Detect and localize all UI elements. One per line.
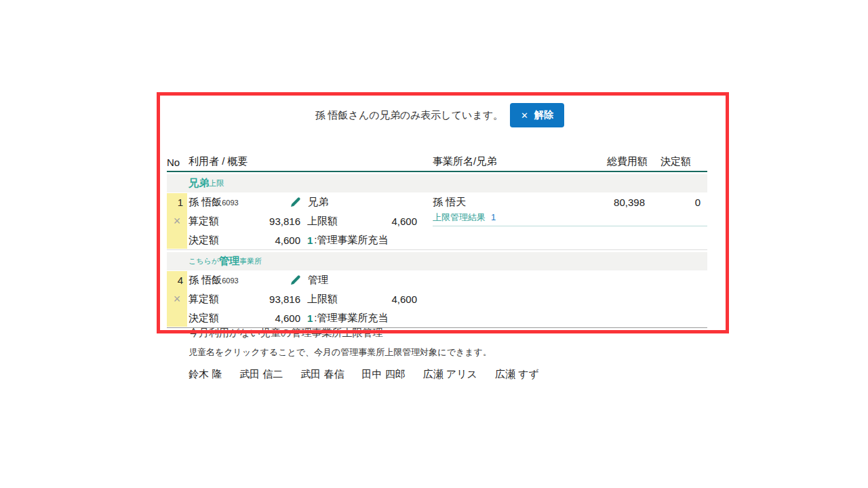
remove-row-icon[interactable]: × <box>167 212 187 231</box>
allocation-text: :管理事業所充当 <box>314 312 388 325</box>
edit-pencil-icon[interactable] <box>290 274 301 285</box>
limit-result-label: 上限管理結果 <box>433 212 486 222</box>
calc-label: 算定額 <box>189 293 229 306</box>
row-number-cell: 1 × <box>167 193 187 249</box>
decided-line: 決定額 4,600 1 :管理事業所充当 <box>189 230 433 249</box>
user-name-text: 孫 悟飯 <box>189 274 222 285</box>
header-office: 事業所名/兄弟 <box>433 155 597 168</box>
child-name-list: 鈴木 隆 武田 信二 武田 春信 田中 四郎 広瀬 アリス 広瀬 すず <box>189 368 696 381</box>
user-summary-block: 孫 悟飯6093 兄弟 算定額 93,816 上限額 4,600 決定額 4,6… <box>187 192 433 249</box>
section-band-prefix-label: こちらが <box>189 256 219 266</box>
child-name-link[interactable]: 広瀬 アリス <box>423 368 477 381</box>
calc-line: 算定額 93,816 上限額 4,600 <box>189 211 433 230</box>
user-summary-block: 孫 悟飯6093 管理 算定額 93,816 上限額 4,600 決定額 4,6… <box>187 270 433 327</box>
table-row: 4 × 孫 悟飯6093 管理 算定額 93,816 上限額 4,600 <box>167 270 707 327</box>
decided-amount-value: 0 <box>648 197 707 208</box>
office-line: 孫 悟天 80,398 0 <box>433 192 707 211</box>
user-code: 6093 <box>222 199 238 207</box>
user-name-text: 孫 悟飯 <box>189 196 222 207</box>
limit-value: 4,600 <box>348 293 417 305</box>
remove-row-icon[interactable]: × <box>167 290 187 309</box>
row-number: 1 <box>167 193 187 212</box>
header-decided: 決定額 <box>648 155 707 168</box>
upper-limit-table: No 利用者 / 概要 事業所名/兄弟 総費用額 決定額 兄弟上限 1 × 孫 … <box>167 155 707 328</box>
table-row: 1 × 孫 悟飯6093 兄弟 算定額 93,816 上限額 4,600 <box>167 192 707 250</box>
row-number: 4 <box>167 271 187 290</box>
allocation-code: 1 <box>307 312 313 324</box>
sibling-name: 孫 悟天 <box>433 196 597 209</box>
edit-pencil-icon[interactable] <box>290 197 301 207</box>
allocation-code: 1 <box>307 235 313 246</box>
header-no: No <box>167 157 189 168</box>
decided-label: 決定額 <box>189 234 229 247</box>
office-block: 孫 悟天 80,398 0 上限管理結果1 <box>433 192 707 249</box>
close-icon: ✕ <box>521 110 528 121</box>
calc-value: 93,816 <box>229 216 300 227</box>
section-band-suffix-label: 事業所 <box>239 256 262 266</box>
decided-value: 4,600 <box>229 312 300 324</box>
section-band-suffix-label: 上限 <box>209 178 224 188</box>
calc-line: 算定額 93,816 上限額 4,600 <box>189 289 433 308</box>
decided-label: 決定額 <box>189 312 229 325</box>
calc-label: 算定額 <box>189 215 229 228</box>
section-band-main-label: 兄弟 <box>189 177 209 190</box>
user-line: 孫 悟飯6093 兄弟 <box>189 192 433 211</box>
total-cost-value: 80,398 <box>597 197 648 208</box>
user-line: 孫 悟飯6093 管理 <box>189 270 433 289</box>
section-band-sibling-limit: 兄弟上限 <box>167 174 707 192</box>
office-block <box>433 270 707 327</box>
table-header-row: No 利用者 / 概要 事業所名/兄弟 総費用額 決定額 <box>167 155 707 172</box>
clear-filter-label: 解除 <box>534 109 553 121</box>
child-name-link[interactable]: 武田 信二 <box>239 368 283 381</box>
limit-label: 上限額 <box>307 215 348 228</box>
no-usage-section: 今月利用がない児童の管理事業所上限管理 児童名をクリックすることで、今月の管理事… <box>167 327 696 381</box>
no-usage-description: 児童名をクリックすることで、今月の管理事業所上限管理対象にできます。 <box>189 346 696 359</box>
section-band-main-label: 管理 <box>219 255 239 268</box>
child-name-link[interactable]: 武田 春信 <box>300 368 344 381</box>
limit-value: 4,600 <box>348 216 417 227</box>
user-code: 6093 <box>222 277 238 285</box>
header-total-cost: 総費用額 <box>597 155 648 168</box>
header-user: 利用者 / 概要 <box>189 155 433 168</box>
child-name-link[interactable]: 鈴木 隆 <box>189 368 222 381</box>
limit-result-count: 1 <box>491 212 496 222</box>
child-name-link[interactable]: 田中 四郎 <box>362 368 406 381</box>
no-usage-heading: 今月利用がない児童の管理事業所上限管理 <box>189 327 696 340</box>
filter-message: 孫 悟飯さんの兄弟のみ表示しています。 <box>315 109 503 122</box>
user-name: 孫 悟飯6093 <box>189 274 290 287</box>
clear-filter-button[interactable]: ✕ 解除 <box>510 103 564 127</box>
limit-management-result-link[interactable]: 上限管理結果1 <box>433 211 707 226</box>
row-role-tag: 管理 <box>308 274 328 287</box>
limit-label: 上限額 <box>307 293 348 306</box>
calc-value: 93,816 <box>229 293 300 305</box>
decided-line: 決定額 4,600 1 :管理事業所充当 <box>189 308 433 327</box>
allocation-text: :管理事業所充当 <box>314 234 388 247</box>
page: 孫 悟飯さんの兄弟のみ表示しています。 ✕ 解除 No 利用者 / 概要 事業所… <box>0 0 868 488</box>
section-band-management-office: こちらが管理事業所 <box>167 252 707 270</box>
child-name-link[interactable]: 広瀬 すず <box>495 368 539 381</box>
row-number-cell: 4 × <box>167 271 187 327</box>
decided-value: 4,600 <box>229 235 300 246</box>
row-role-tag: 兄弟 <box>308 196 328 209</box>
user-name: 孫 悟飯6093 <box>189 196 290 209</box>
filter-bar: 孫 悟飯さんの兄弟のみ表示しています。 ✕ 解除 <box>167 102 564 128</box>
